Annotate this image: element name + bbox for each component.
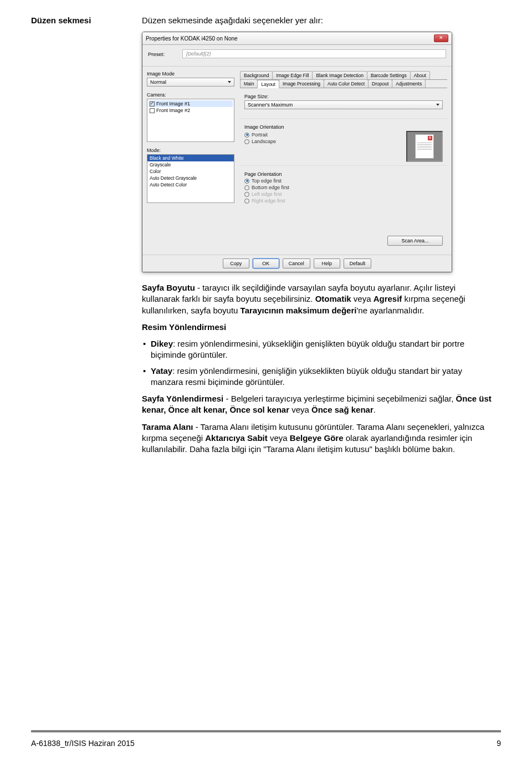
mode-item[interactable]: Color [147,168,234,175]
footer-left: A-61838_tr/ISIS Haziran 2015 [31,739,135,748]
tab-adjustments[interactable]: Adjustments [392,79,426,88]
radio-right-edge: Right edge first [244,198,443,204]
radio-landscape[interactable]: Landscape [244,139,402,144]
radio-icon [244,133,249,138]
mode-item[interactable]: Black and White [147,155,234,161]
checkbox-icon: ✓ [150,102,155,106]
tab-main[interactable]: Main [240,79,258,88]
page-thumb-icon: R [415,134,434,159]
chevron-down-icon [228,81,231,83]
radio-icon [244,192,249,197]
radio-icon [244,179,249,184]
page-size-label: Page Size: [244,94,443,99]
radio-left-edge: Left edge first [244,191,443,197]
close-button[interactable]: ✕ [434,34,448,42]
term: Sayfa Yönlendirmesi [142,394,223,403]
tab-background[interactable]: Background [240,71,273,79]
tab-barcode-settings[interactable]: Barcode Settings [367,71,411,79]
mode-item[interactable]: Auto Detect Color [147,181,234,188]
page-orientation-label: Page Orientation [244,171,443,177]
term: Otomatik [315,294,351,303]
tab-dropout[interactable]: Dropout [368,79,392,88]
properties-dialog: Properties for KODAK i4250 on None ✕ Pre… [142,32,452,272]
list-item: Yatay: resim yönlendirmesini, genişliğin… [142,366,493,388]
tab-blank-image-detection[interactable]: Blank Image Detection [312,71,367,79]
tab-auto-color-detect[interactable]: Auto Color Detect [324,79,369,88]
copy-button[interactable]: Copy [223,258,249,268]
camera-item[interactable]: ✓ Front Image #1 [149,100,233,107]
ok-button[interactable]: OK [253,258,279,268]
mode-item[interactable]: Grayscale [147,161,234,168]
camera-item-label: Front Image #2 [156,108,190,113]
camera-item[interactable]: Front Image #2 [149,107,233,114]
camera-item-label: Front Image #1 [156,101,190,106]
radio-label: Right edge first [252,198,285,204]
camera-listbox[interactable]: ✓ Front Image #1 Front Image #2 [147,99,234,142]
radio-label: Portrait [252,132,268,138]
checkbox-icon [150,108,155,113]
tab-image-processing[interactable]: Image Processing [279,79,324,88]
radio-icon [244,139,249,144]
preset-input[interactable]: [Default](2) [182,49,446,58]
preset-label: Preset: [148,51,176,57]
footer-rule [31,730,501,732]
default-button[interactable]: Default [344,258,372,268]
radio-label: Top edge first [252,178,282,184]
image-mode-value: Normal [150,79,166,85]
term: Sayfa Boyutu [142,283,195,292]
text: - Belgeleri tarayıcıya yerleştirme biçim… [223,394,456,403]
body-text: Sayfa Boyutu - tarayıcı ilk seçildiğinde… [142,282,493,455]
scan-area-button[interactable]: Scan Area... [387,236,443,246]
tab-image-edge-fill[interactable]: Image Edge Fill [272,71,313,79]
term: Tarama Alanı [142,422,193,432]
mode-item[interactable]: Auto Detect Grayscale [147,175,234,181]
radio-label: Landscape [252,139,276,144]
tab-layout[interactable]: Layout [257,80,279,88]
radio-top-edge[interactable]: Top edge first [244,178,443,184]
section-heading: Düzen sekmesi [31,16,131,25]
image-mode-label: Image Mode [147,71,234,77]
image-orientation-label: Image Orientation [244,124,443,130]
text: : resim yönlendirmesini, genişliğin yüks… [151,366,462,387]
radio-icon [244,199,249,204]
term: Tarayıcının maksimum değeri [241,306,357,315]
term: Dikey [151,339,173,348]
dialog-title: Properties for KODAK i4250 on None [146,35,238,42]
text: : resim yönlendirmesini, yüksekliğin gen… [151,339,464,359]
radio-portrait[interactable]: Portrait [244,132,402,138]
text: 'ne ayarlanmalıdır. [356,306,424,315]
term: Önce sağ kenar [311,405,374,414]
page-size-dropdown[interactable]: Scanner's Maximum [244,100,443,109]
radio-label: Bottom edge first [252,185,289,190]
page-number: 9 [497,739,501,748]
radio-icon [244,185,249,190]
image-mode-dropdown[interactable]: Normal [147,78,234,87]
chevron-down-icon [436,104,439,106]
text: veya [268,433,290,443]
text: . [374,405,376,414]
mode-listbox[interactable]: Black and White Grayscale Color Auto Det… [147,154,234,203]
mode-label: Mode: [147,148,234,153]
term: Aktarıcıya Sabit [205,433,268,443]
section-intro: Düzen sekmesinde aşağıdaki seçenekler ye… [142,16,323,25]
radio-label: Left edge first [252,191,282,197]
camera-label: Camera: [147,92,234,98]
text: veya [351,294,374,303]
term: Yatay [151,366,172,376]
term: Belgeye Göre [290,433,344,443]
orientation-preview: R [406,131,443,162]
radio-bottom-edge[interactable]: Bottom edge first [244,185,443,190]
text: veya [289,405,311,414]
term: Agresif [374,294,402,303]
list-item: Dikey: resim yönlendirmesini, yüksekliği… [142,338,493,361]
page-size-value: Scanner's Maximum [248,102,293,108]
tab-about[interactable]: About [410,71,430,79]
help-button[interactable]: Help [314,258,340,268]
cancel-button[interactable]: Cancel [283,258,310,268]
subheading: Resim Yönlendirmesi [142,322,226,332]
